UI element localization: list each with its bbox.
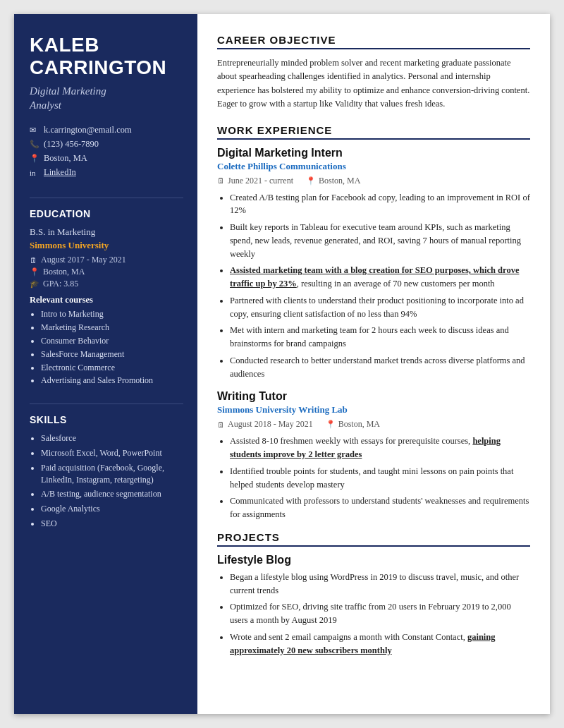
list-item: SEO (41, 518, 183, 530)
list-item: Marketing Research (41, 322, 183, 334)
job2-bullets: Assisted 8-10 freshmen weekly with essay… (217, 435, 530, 521)
contact-email: ✉ k.carrington@email.com (30, 125, 183, 135)
courses-list: Intro to Marketing Marketing Research Co… (30, 308, 183, 388)
job1-title: Digital Marketing Intern (217, 147, 530, 159)
job2-title: Writing Tutor (217, 390, 530, 403)
project1-bullets: Began a lifestyle blog using WordPress i… (217, 571, 530, 657)
career-objective-text: Entrepreneurially minded problem solver … (217, 56, 530, 111)
contact-location: 📍 Boston, MA (30, 153, 183, 164)
candidate-title: Digital MarketingAnalyst (30, 85, 183, 112)
list-item: Electronic Commerce (41, 362, 183, 374)
job1-location: 📍 Boston, MA (306, 176, 360, 186)
job2-dates: 🗓 August 2018 - May 2021 (217, 419, 313, 430)
list-item: Began a lifestyle blog using WordPress i… (230, 571, 530, 597)
divider (30, 198, 183, 198)
skills-list: Salesforce Microsoft Excel, Word, PowerP… (30, 432, 183, 533)
edu-gpa: 🎓 GPA: 3.85 (30, 279, 183, 289)
list-item: Paid acquisition (Facebook, Google, Link… (41, 462, 183, 486)
list-item: A/B testing, audience segmentation (41, 488, 183, 500)
list-item: Google Analytics (41, 503, 183, 515)
edu-location: 📍 Boston, MA (30, 267, 183, 277)
list-item: Consumer Behavior (41, 335, 183, 347)
list-item: Microsoft Excel, Word, PowerPoint (41, 447, 183, 459)
list-item: Salesforce (41, 432, 183, 444)
edu-degree: B.S. in Marketing (30, 226, 183, 238)
edu-dates: 🗓 August 2017 - May 2021 (30, 255, 183, 265)
list-item: Built key reports in Tableau for executi… (230, 221, 530, 260)
sidebar: KALEB CARRINGTON Digital MarketingAnalys… (14, 14, 197, 714)
calendar-icon-j1: 🗓 (217, 176, 225, 185)
main-content: CAREER OBJECTIVE Entrepreneurially minde… (197, 14, 550, 714)
education-heading: EDUCATION (30, 208, 183, 219)
edu-school: Simmons University (30, 240, 183, 251)
job1-bullets: Created A/B testing plan for Facebook ad… (217, 191, 530, 381)
list-item: Identified trouble points for students, … (230, 465, 530, 492)
job1-meta: 🗓 June 2021 - current 📍 Boston, MA (217, 176, 530, 186)
project1-bullet3-highlight: gaining approximately 20 new subscribers… (230, 632, 496, 655)
job2-meta: 🗓 August 2018 - May 2021 📍 Boston, MA (217, 419, 530, 430)
list-item: Conducted research to better understand … (230, 354, 530, 381)
location-icon: 📍 (30, 154, 39, 163)
list-item: Wrote and sent 2 email campaigns a month… (230, 631, 530, 657)
relevant-courses-label: Relevant courses (30, 295, 183, 305)
job1-dates: 🗓 June 2021 - current (217, 176, 293, 186)
location-icon-j2: 📍 (326, 420, 336, 429)
job1-company: Colette Phillips Communications (217, 161, 530, 172)
email-icon: ✉ (30, 126, 39, 135)
phone-icon: 📞 (30, 140, 39, 149)
work-experience-heading: WORK EXPERIENCE (217, 124, 530, 140)
contact-linkedin[interactable]: in LinkedIn (30, 167, 183, 178)
list-item: Met with intern and marketing team for 2… (230, 324, 530, 351)
contact-list: ✉ k.carrington@email.com 📞 (123) 456-789… (30, 125, 183, 178)
career-objective-heading: CAREER OBJECTIVE (217, 34, 530, 49)
contact-phone: 📞 (123) 456-7890 (30, 139, 183, 150)
list-item: Optimized for SEO, driving site traffic … (230, 600, 530, 627)
project-1: Lifestyle Blog Began a lifestyle blog us… (217, 554, 530, 665)
job2-company: Simmons University Writing Lab (217, 404, 530, 415)
divider-2 (30, 404, 183, 404)
skills-heading: SKILLS (30, 414, 183, 425)
project1-title: Lifestyle Blog (217, 554, 530, 566)
list-item: Intro to Marketing (41, 308, 183, 320)
projects-heading: PROJECTS (217, 531, 530, 547)
list-item: SalesForce Management (41, 348, 183, 360)
list-item: Communicated with professors to understa… (230, 495, 530, 521)
resume-wrapper: KALEB CARRINGTON Digital MarketingAnalys… (14, 14, 550, 714)
job2-location: 📍 Boston, MA (326, 419, 380, 430)
linkedin-icon: in (30, 169, 39, 177)
location-icon-j1: 📍 (306, 176, 316, 186)
candidate-name: KALEB CARRINGTON (30, 34, 183, 79)
calendar-icon: 🗓 (30, 256, 37, 265)
list-item: Created A/B testing plan for Facebook ad… (230, 191, 530, 218)
calendar-icon-j2: 🗓 (217, 420, 225, 429)
job1-bullet3-rest: , resulting in an average of 70 new cust… (297, 279, 495, 289)
list-item: Assisted marketing team with a blog crea… (230, 264, 530, 291)
list-item: Partnered with clients to understand the… (230, 294, 530, 321)
gpa-icon: 🎓 (30, 279, 39, 289)
location-icon-edu: 📍 (30, 267, 39, 277)
list-item: Advertising and Sales Promotion (41, 375, 183, 387)
job-2: Writing Tutor Simmons University Writing… (217, 390, 530, 531)
list-item: Assisted 8-10 freshmen weekly with essay… (230, 435, 530, 461)
job-1: Digital Marketing Intern Colette Phillip… (217, 147, 530, 391)
job2-bullet1-highlight: helping students improve by 2 letter gra… (230, 436, 501, 459)
